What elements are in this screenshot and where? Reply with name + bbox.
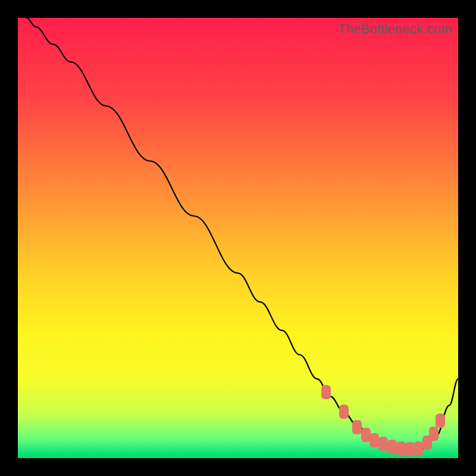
optimal-dot bbox=[369, 433, 379, 447]
watermark-text: TheBottleneck.com bbox=[338, 21, 452, 37]
optimal-dot bbox=[339, 405, 349, 419]
optimal-dot bbox=[361, 428, 371, 442]
optimal-dot bbox=[396, 441, 406, 456]
bottleneck-curve bbox=[18, 18, 458, 458]
optimal-dot bbox=[414, 441, 423, 456]
optimal-dot bbox=[378, 437, 388, 451]
optimal-dot bbox=[429, 427, 439, 441]
optimal-dot bbox=[387, 440, 397, 454]
optimal-dot bbox=[352, 420, 362, 434]
optimal-dot bbox=[321, 385, 331, 399]
chart-frame: TheBottleneck.com bbox=[0, 0, 476, 476]
optimal-dot bbox=[405, 442, 415, 456]
optimal-dot bbox=[436, 414, 445, 428]
plot-area: TheBottleneck.com bbox=[18, 18, 458, 458]
